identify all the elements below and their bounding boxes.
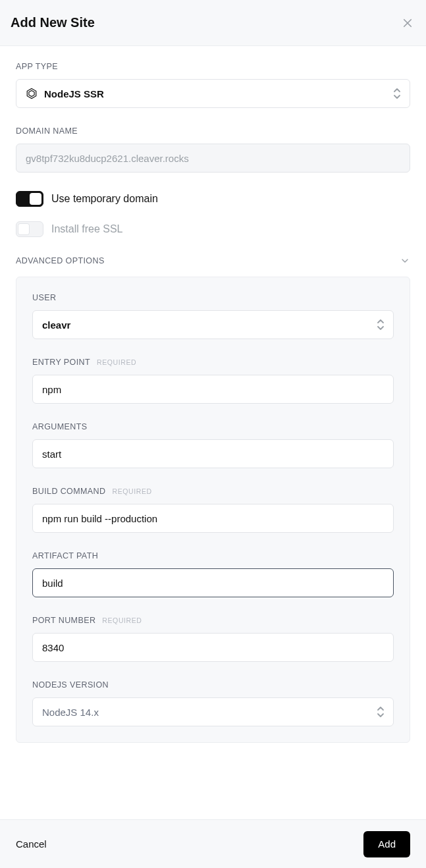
chevron-up-down-icon [376,706,385,718]
advanced-options-toggle[interactable]: ADVANCED OPTIONS [16,256,410,266]
port-number-required: REQUIRED [102,616,142,624]
arguments-label: ARGUMENTS [32,422,394,431]
arguments-input[interactable] [32,439,394,468]
entry-point-label: ENTRY POINT REQUIRED [32,358,394,367]
app-type-value: NodeJS SSR [44,88,104,99]
build-command-label: BUILD COMMAND REQUIRED [32,487,394,496]
domain-name-input [16,144,410,173]
nodejs-version-value: NodeJS 14.x [42,707,99,718]
temp-domain-toggle[interactable] [16,191,43,207]
port-number-label: PORT NUMBER REQUIRED [32,616,394,625]
temp-domain-row: Use temporary domain [16,191,410,207]
free-ssl-row: Install free SSL [16,221,410,237]
add-button[interactable]: Add [363,831,410,857]
advanced-panel: USER cleavr ENTRY POINT REQUIRED ARGUMEN… [16,277,410,743]
build-command-field: BUILD COMMAND REQUIRED [32,487,394,533]
user-label: USER [32,293,394,302]
port-number-label-text: PORT NUMBER [32,616,95,625]
chevron-up-down-icon [392,88,402,99]
arguments-field: ARGUMENTS [32,422,394,468]
nodejs-version-label: NODEJS VERSION [32,680,394,690]
modal-footer: Cancel Add [0,819,426,868]
page-title: Add New Site [11,15,95,30]
app-type-select[interactable]: NodeJS SSR [16,79,410,108]
domain-name-label: DOMAIN NAME [16,126,410,136]
free-ssl-label: Install free SSL [51,223,123,235]
nodejs-icon [26,88,38,99]
artifact-path-input[interactable] [32,568,394,597]
user-value: cleavr [42,319,70,331]
nodejs-version-select[interactable]: NodeJS 14.x [32,697,394,726]
user-field: USER cleavr [32,293,394,339]
build-command-required: REQUIRED [112,487,151,495]
chevron-up-down-icon [376,319,385,331]
user-select[interactable]: cleavr [32,310,394,339]
modal-header: Add New Site [0,0,426,46]
advanced-options-label: ADVANCED OPTIONS [16,256,105,265]
app-type-label: APP TYPE [16,62,410,71]
domain-name-field: DOMAIN NAME [16,126,410,173]
port-number-input[interactable] [32,633,394,662]
port-number-field: PORT NUMBER REQUIRED [32,616,394,662]
temp-domain-label: Use temporary domain [51,193,158,205]
entry-point-input[interactable] [32,375,394,404]
modal-body: APP TYPE NodeJS SSR DOMAIN NAME Use temp… [0,46,426,759]
artifact-path-field: ARTIFACT PATH [32,551,394,597]
free-ssl-toggle[interactable] [16,221,43,237]
chevron-down-icon [400,256,410,266]
app-type-field: APP TYPE NodeJS SSR [16,62,410,108]
build-command-input[interactable] [32,504,394,533]
entry-point-label-text: ENTRY POINT [32,358,90,367]
svg-marker-3 [29,91,34,97]
entry-point-field: ENTRY POINT REQUIRED [32,358,394,404]
close-icon [402,17,413,29]
nodejs-version-field: NODEJS VERSION NodeJS 14.x [32,680,394,726]
artifact-path-label: ARTIFACT PATH [32,551,394,560]
cancel-button[interactable]: Cancel [16,838,47,850]
entry-point-required: REQUIRED [97,358,136,366]
build-command-label-text: BUILD COMMAND [32,487,105,496]
close-button[interactable] [400,15,415,31]
